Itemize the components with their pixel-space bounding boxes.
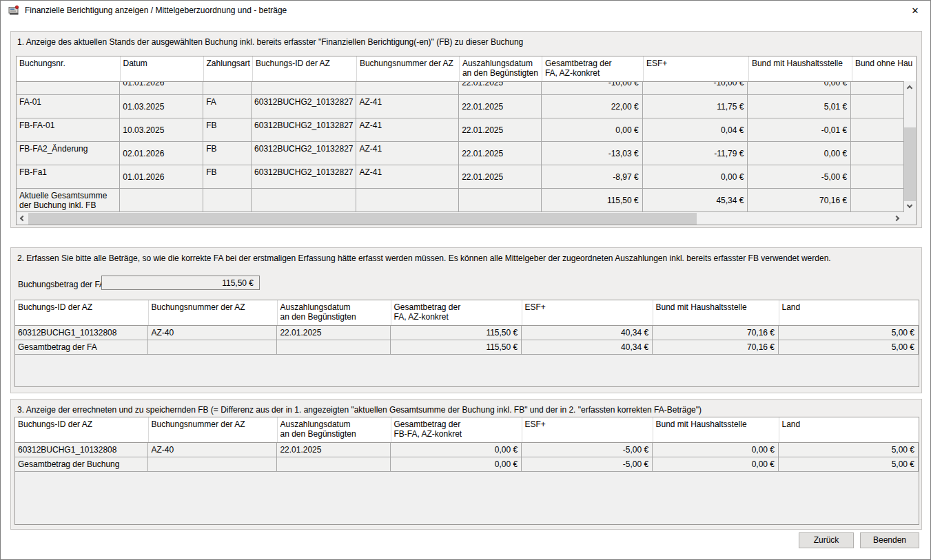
table-row: FB-FA2_Änderung02.01.2026FB60312BUCHG2_1… <box>17 142 904 165</box>
table-row: Aktuelle Gesamtsumme der Buchung inkl. F… <box>17 189 904 212</box>
table-cell <box>203 82 252 95</box>
table-cell: 0,00 € <box>653 457 779 472</box>
corrected-fa-grid: Buchungs-ID der AZBuchungsnummer der AZA… <box>14 300 919 387</box>
table-cell: 22.01.2025 <box>459 165 542 189</box>
table-cell[interactable]: AZ-40 <box>148 326 277 340</box>
app-icon <box>8 5 20 16</box>
close-icon: ✕ <box>912 6 919 16</box>
table-row: 60312BUCHG1_10132808AZ-4022.01.2025115,5… <box>15 326 919 340</box>
table-cell: -5,00 € <box>522 457 653 472</box>
table-cell: 0,04 € <box>642 118 748 142</box>
column-header: Buchungsnummer der AZ <box>356 56 459 81</box>
table-cell: 0,00 € <box>748 82 851 95</box>
chevron-down-icon <box>907 203 912 208</box>
table-cell: -5,00 € <box>522 443 653 457</box>
calculated-fb-grid: Buchungs-ID der AZBuchungsnummer der AZA… <box>14 417 919 525</box>
table-cell: 60312BUCHG2_10132827 <box>252 95 356 118</box>
vertical-scrollbar[interactable] <box>904 81 916 213</box>
table-cell: 5,00 € <box>779 443 919 457</box>
column-header: Bund mit Haushaltsstelle <box>748 56 852 81</box>
chevron-left-icon <box>20 216 25 221</box>
table-cell <box>203 189 252 212</box>
vertical-scroll-thumb[interactable] <box>904 127 916 201</box>
horizontal-scrollbar[interactable] <box>17 213 904 225</box>
table-cell[interactable]: 40,34 € <box>522 326 653 340</box>
column-header: Gesamtbetrag der FA, AZ-konkret <box>391 300 522 325</box>
back-button[interactable]: Zurück <box>799 532 854 548</box>
table-cell: Gesamtbetrag der Buchung <box>15 457 148 472</box>
table-cell[interactable]: 5,00 € <box>779 326 919 340</box>
grid-body-viewport: 60312BUCHG1_10132808AZ-4022.01.2025115,5… <box>15 326 919 355</box>
scroll-up-button[interactable] <box>904 81 916 93</box>
table-cell <box>459 189 542 212</box>
table-cell: AZ-41 <box>356 142 459 165</box>
table-cell: -11,79 € <box>642 142 748 165</box>
table-cell: -5,00 € <box>748 165 851 189</box>
table-cell: Gesamtbetrag der FA <box>15 340 148 355</box>
table-cell <box>277 340 391 355</box>
table-cell: AZ-41 <box>356 118 459 142</box>
table-cell <box>120 189 203 212</box>
table-cell <box>148 340 277 355</box>
section-1-caption: 1. Anzeige des aktuellen Stands der ausg… <box>17 37 523 47</box>
table-cell[interactable]: 115,50 € <box>391 326 522 340</box>
column-header: ESF+ <box>643 56 748 81</box>
table-cell: -13,03 € <box>541 142 642 165</box>
table-row: 01.01.202622.01.2025-10,00 €-10,00 €0,00… <box>17 82 904 95</box>
column-header: Auszahlungsdatum an den Begünstigten <box>277 417 391 442</box>
scroll-right-button[interactable] <box>892 213 904 225</box>
fa-amount-field[interactable] <box>101 276 260 290</box>
table-cell[interactable]: 22.01.2025 <box>277 326 391 340</box>
table-cell: 5,01 € <box>748 95 851 118</box>
table-cell: 01.03.2025 <box>120 95 203 118</box>
table-cell: 01.01.2026 <box>120 165 203 189</box>
column-header: Zahlungsart <box>203 56 252 81</box>
column-header: Datum <box>120 56 203 81</box>
horizontal-scroll-thumb[interactable] <box>28 213 697 225</box>
column-header: Gesamtbetrag der FB-FA, AZ-konkret <box>391 417 522 442</box>
table-cell: 60312BUCHG1_10132808 <box>15 443 148 457</box>
table-cell: 70,16 € <box>653 340 779 355</box>
table-cell: 01.01.2026 <box>120 82 203 95</box>
table-cell: 115,50 € <box>391 340 522 355</box>
table-cell: 0,00 € <box>391 457 522 472</box>
table-cell: 22.01.2025 <box>459 82 542 95</box>
section-2-caption: 2. Erfassen Sie bitte alle Beträge, so w… <box>17 253 831 263</box>
column-header: Land <box>779 300 919 325</box>
finish-button[interactable]: Beenden <box>860 532 919 548</box>
column-header: Gesamtbetrag der FA, AZ-konkret <box>542 56 643 81</box>
scroll-left-button[interactable] <box>17 213 28 225</box>
close-button[interactable]: ✕ <box>904 3 926 18</box>
current-bookings-grid: Buchungsnr.DatumZahlungsartBuchungs-ID d… <box>16 56 917 225</box>
table-cell: -8,97 € <box>541 165 642 189</box>
table-cell: 60312BUCHG2_10132827 <box>252 142 356 165</box>
scrollbar-corner <box>904 213 916 225</box>
table-cell[interactable]: 60312BUCHG1_10132808 <box>15 326 148 340</box>
table-row: FB-Fa101.01.2026FB60312BUCHG2_10132827AZ… <box>17 165 904 189</box>
table-cell: FB-FA-01 <box>17 118 120 142</box>
table-cell[interactable]: 70,16 € <box>653 326 779 340</box>
column-header: Buchungs-ID der AZ <box>252 56 356 81</box>
table-cell: 45,34 € <box>642 189 748 212</box>
table-cell: 02.01.2026 <box>120 142 203 165</box>
title-bar: Finanzielle Berichtigung anzeigen / Mitt… <box>1 1 930 20</box>
table-row: FB-FA-0110.03.2025FB60312BUCHG2_10132827… <box>17 118 904 142</box>
column-header: Buchungs-ID der AZ <box>15 417 148 442</box>
table-row: FA-0101.03.2025FA60312BUCHG2_10132827AZ-… <box>17 95 904 118</box>
column-header: Buchungsnummer der AZ <box>148 300 277 325</box>
table-cell: -10,00 € <box>541 82 642 95</box>
table-cell <box>851 189 904 212</box>
column-header: Land <box>779 417 919 442</box>
table-cell: 40,34 € <box>522 340 653 355</box>
table-cell: FB-Fa1 <box>17 165 120 189</box>
table-cell: -0,01 € <box>748 118 851 142</box>
table-row: Gesamtbetrag der Buchung0,00 €-5,00 €0,0… <box>15 457 919 472</box>
column-header: Bund ohne Hau <box>852 56 914 81</box>
table-cell <box>851 95 904 118</box>
table-cell <box>277 457 391 472</box>
scroll-down-button[interactable] <box>904 201 916 213</box>
section-3-panel: 3. Anzeige der errechneten und zu speich… <box>10 399 922 530</box>
column-header: Auszahlungsdatum an den Begünstigten <box>277 300 391 325</box>
table-cell: 0,00 € <box>541 118 642 142</box>
section-3-caption: 3. Anzeige der errechneten und zu speich… <box>17 405 702 415</box>
